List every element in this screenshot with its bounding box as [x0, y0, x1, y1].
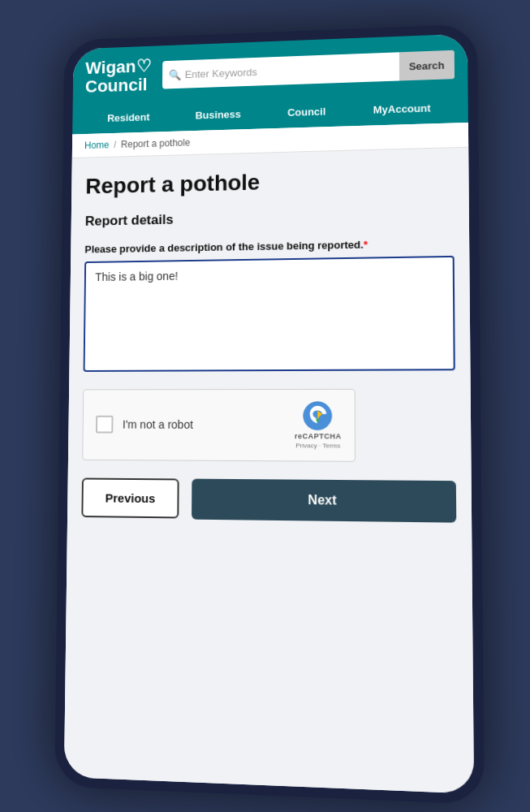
header-top: Wigan♡ Council 🔍 Enter Keywords Search — [84, 45, 454, 97]
search-input-area: 🔍 Enter Keywords — [162, 61, 399, 81]
description-field-label: Please provide a description of the issu… — [84, 237, 454, 256]
nav-item-myaccount[interactable]: MyAccount — [368, 101, 435, 118]
search-placeholder-text: Enter Keywords — [184, 66, 256, 80]
recaptcha-logo-icon — [303, 401, 332, 430]
phone-screen: Wigan♡ Council 🔍 Enter Keywords Search R… — [63, 34, 473, 794]
recaptcha-right: reCAPTCHA Privacy · Terms — [294, 401, 341, 450]
logo-line2: Council — [84, 76, 151, 97]
recaptcha-left: I'm not a robot — [96, 416, 193, 434]
form-buttons: Previous Next — [81, 477, 456, 522]
recaptcha-label-text: I'm not a robot — [122, 418, 192, 431]
search-button[interactable]: Search — [399, 50, 455, 81]
recaptcha-checkbox[interactable] — [96, 416, 113, 434]
previous-button[interactable]: Previous — [81, 478, 179, 519]
site-logo: Wigan♡ Council — [84, 57, 151, 97]
required-indicator: * — [363, 239, 367, 251]
nav-item-business[interactable]: Business — [190, 106, 245, 123]
breadcrumb-home[interactable]: Home — [84, 140, 110, 151]
breadcrumb-current: Report a pothole — [120, 137, 189, 150]
recaptcha-widget: I'm not a robot reCAPTCHA Privacy · Term… — [82, 389, 355, 462]
nav-item-council[interactable]: Council — [282, 104, 330, 120]
page-title: Report a pothole — [85, 164, 454, 200]
section-title: Report details — [84, 206, 454, 230]
nav-item-resident[interactable]: Resident — [102, 110, 154, 126]
next-button[interactable]: Next — [192, 479, 456, 523]
phone-device: Wigan♡ Council 🔍 Enter Keywords Search R… — [54, 24, 485, 805]
breadcrumb-separator: / — [114, 140, 116, 150]
description-textarea[interactable] — [83, 256, 455, 372]
recaptcha-privacy-links: Privacy · Terms — [295, 442, 340, 449]
main-content: Report a pothole Report details Please p… — [63, 148, 473, 794]
site-header: Wigan♡ Council 🔍 Enter Keywords Search R… — [72, 34, 468, 135]
recaptcha-brand-label: reCAPTCHA — [294, 432, 341, 440]
search-icon: 🔍 — [168, 69, 180, 81]
search-bar[interactable]: 🔍 Enter Keywords Search — [162, 50, 454, 89]
